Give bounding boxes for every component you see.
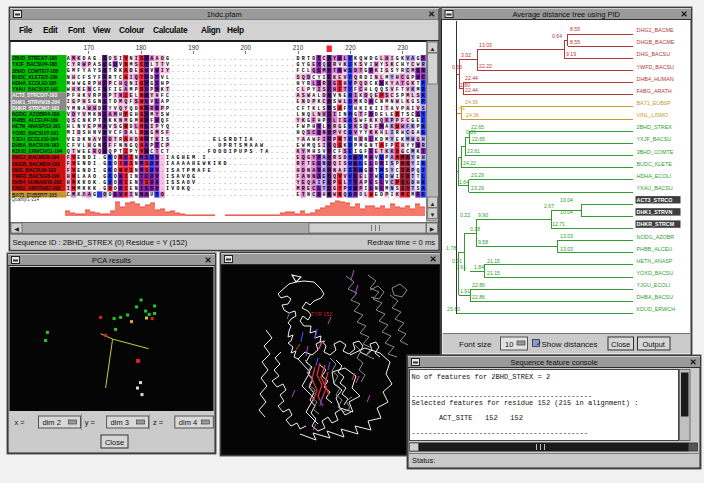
svg-text:✕: ✕ (428, 9, 435, 19)
svg-text:190: 190 (188, 44, 199, 51)
svg-text:YXAU_BACSU: YXAU_BACSU (637, 185, 673, 191)
svg-text:Redraw time = 0 ms: Redraw time = 0 ms (367, 238, 435, 247)
svg-text:▶: ▶ (430, 226, 435, 232)
svg-text:DHB4_HUMAN/10-202: DHB4_HUMAN/10-202 (12, 179, 62, 185)
svg-text:DHG2_BACME: DHG2_BACME (637, 27, 675, 33)
svg-text:HETN_ANASP: HETN_ANASP (637, 258, 673, 264)
svg-text:22.65: 22.65 (472, 136, 485, 142)
svg-text:DHKR_STRCM: DHKR_STRCM (637, 221, 675, 227)
svg-text:DHK1_STRVN: DHK1_STRVN (637, 209, 673, 215)
svg-text:....... . .....: ....... . ..... (67, 149, 427, 155)
svg-text:23.29: 23.29 (471, 172, 484, 178)
svg-text:3BHD_COMTE/7-188: 3BHD_COMTE/7-188 (12, 68, 59, 74)
svg-text:PCA results: PCA results (92, 256, 131, 265)
svg-text:22.44: 22.44 (465, 75, 478, 81)
svg-text:FABG_ARATH/87-262: FABG_ARATH/87-262 (12, 185, 61, 191)
svg-text:DHG_BACSU/9-193: DHG_BACSU/9-193 (12, 167, 56, 173)
svg-text:HDHA_ECOLI: HDHA_ECOLI (637, 173, 671, 179)
svg-text:TYR 152: TYR 152 (311, 311, 332, 317)
svg-text:2.67: 2.67 (544, 203, 554, 209)
svg-text:24.22: 24.22 (463, 160, 476, 166)
svg-text:▲: ▲ (430, 201, 436, 207)
svg-text:24.36: 24.36 (466, 112, 479, 118)
svg-text:1hdc.pfam: 1hdc.pfam (207, 10, 242, 19)
svg-text:230: 230 (398, 44, 409, 51)
svg-text:........................: ........................ (67, 75, 427, 81)
svg-text:✕: ✕ (429, 254, 436, 264)
svg-text:YWFD_BACSU: YWFD_BACSU (637, 64, 675, 70)
svg-text:PHBB_ALCEU/4-189: PHBB_ALCEU/4-189 (12, 117, 58, 123)
svg-text:Font size: Font size (459, 340, 492, 349)
svg-text:........................: ........................ (67, 93, 427, 99)
svg-text:9.90: 9.90 (478, 212, 488, 218)
svg-text:22.44: 22.44 (465, 87, 478, 93)
svg-text:9.19: 9.19 (566, 51, 576, 57)
svg-text:dim 3: dim 3 (111, 418, 129, 427)
svg-text:24.36: 24.36 (465, 99, 478, 105)
svg-text:........................: ........................ (67, 124, 427, 130)
svg-text:Font: Font (68, 25, 85, 35)
svg-text:. . . .........: . . . ................. (67, 155, 427, 161)
svg-text:........................: ........................ (67, 68, 427, 74)
svg-text:✕: ✕ (204, 255, 211, 265)
svg-text:........................: ........................ (67, 112, 427, 118)
svg-text:2.80: 2.80 (460, 82, 470, 88)
svg-text:Edit: Edit (43, 25, 58, 35)
svg-text:DHBA_BACSU: DHBA_BACSU (637, 294, 674, 300)
svg-text:x =: x = (14, 418, 25, 427)
svg-text:........................: ........................ (67, 130, 427, 136)
svg-text:HETN_ANASP/12-191: HETN_ANASP/12-191 (12, 123, 61, 129)
svg-text:DHG2_BACME/8-194: DHG2_BACME/8-194 (12, 154, 59, 160)
svg-text:9.58: 9.58 (478, 239, 488, 245)
svg-text:........................: ........................ (67, 106, 427, 112)
svg-text:Status:: Status: (412, 456, 435, 465)
svg-text:23.61: 23.61 (467, 148, 480, 154)
svg-text:220: 220 (345, 44, 356, 51)
svg-text:170: 170 (83, 44, 94, 51)
svg-text:▲: ▲ (430, 46, 436, 52)
svg-text:........................: ........................ (67, 81, 427, 87)
svg-text:PHBB_ALCEU: PHBB_ALCEU (637, 246, 673, 252)
svg-text:13.03: 13.03 (560, 233, 573, 239)
svg-text:180: 180 (136, 44, 147, 51)
svg-text:ACT3_STRCO/7-193: ACT3_STRCO/7-193 (12, 92, 57, 98)
svg-text:. .................: . ......................... (67, 192, 427, 198)
svg-text:200: 200 (241, 44, 252, 51)
svg-text:22.86: 22.86 (472, 282, 485, 288)
svg-text:8.55: 8.55 (570, 39, 580, 45)
svg-text:◀: ◀ (14, 226, 19, 232)
svg-text:No of features for 2BHD_STREX: No of features for 2BHD_STREX = 2 (412, 373, 551, 381)
svg-text:3BHD_COMTE: 3BHD_COMTE (637, 149, 674, 155)
svg-text:KDUD_ERWCH/11-194: KDUD_ERWCH/11-194 (12, 148, 63, 154)
svg-text:12.71: 12.71 (552, 221, 565, 227)
svg-text:0.64: 0.64 (552, 33, 562, 39)
svg-text:13.03: 13.03 (479, 42, 492, 48)
svg-text:Average distance tree using PI: Average distance tree using PID (512, 10, 620, 19)
svg-text:NODG_AZOBR/4-189: NODG_AZOBR/4-189 (12, 111, 60, 117)
svg-text:VINL_LISMO: VINL_LISMO (637, 112, 669, 118)
svg-text:BA71_EUBSP: BA71_EUBSP (637, 100, 672, 106)
svg-text:1.64: 1.64 (459, 179, 469, 185)
svg-text:Output: Output (642, 340, 665, 349)
svg-text:FABG_ARATH: FABG_ARATH (637, 88, 672, 94)
svg-text:1.91: 1.91 (460, 288, 470, 294)
svg-text:Show distances: Show distances (542, 340, 598, 349)
svg-text:Colour: Colour (119, 25, 145, 35)
svg-text:DHGB_BACME/9-196: DHGB_BACME/9-196 (12, 161, 60, 167)
svg-text:Align: Align (201, 25, 220, 35)
svg-text:Selected features for residue: Selected features for residue 152 (215 i… (412, 399, 639, 407)
svg-text:ACT_SITE 152 152: ACT_SITE 152 152 (439, 414, 523, 422)
svg-text:0.61: 0.61 (456, 264, 466, 270)
svg-text:dim 2: dim 2 (43, 418, 61, 427)
svg-text:........................: ........................ (67, 62, 427, 68)
svg-text:1.78: 1.78 (446, 245, 456, 251)
svg-text:Help: Help (227, 25, 244, 35)
svg-text:25.60: 25.60 (447, 306, 460, 312)
svg-text:BUDC_KLETE/5-189: BUDC_KLETE/5-189 (12, 74, 58, 80)
svg-text:✕: ✕ (689, 357, 696, 367)
svg-text:Calculate: Calculate (153, 25, 188, 35)
svg-text:23.29: 23.29 (471, 185, 484, 191)
svg-text:Qualfty/1-214: Qualfty/1-214 (12, 197, 40, 202)
svg-text:z =: z = (153, 418, 164, 427)
svg-text:........................: ........................ (67, 118, 427, 124)
